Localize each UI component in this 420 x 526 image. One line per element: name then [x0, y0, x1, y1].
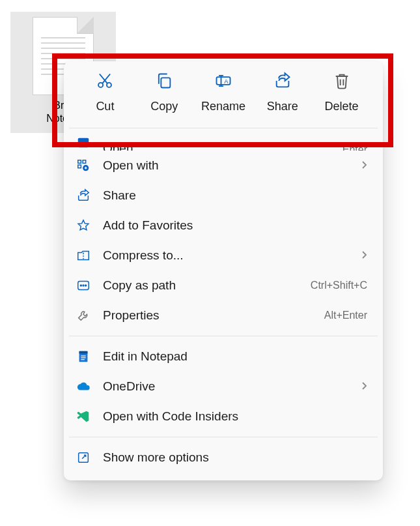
notepad-icon	[76, 349, 91, 364]
menu-properties[interactable]: Properties Alt+Enter	[64, 300, 383, 330]
divider	[69, 437, 378, 437]
menu-copy-path[interactable]: Copy as path Ctrl+Shift+C	[64, 270, 383, 300]
menu-share-label: Share	[103, 188, 367, 203]
context-menu: Cut Copy A Rename	[64, 61, 383, 480]
cut-button[interactable]: Cut	[81, 72, 128, 113]
expand-icon	[76, 450, 91, 465]
svg-point-12	[83, 285, 84, 286]
menu-properties-shortcut: Alt+Enter	[324, 310, 367, 321]
star-icon	[76, 218, 91, 233]
menu-onedrive-label: OneDrive	[103, 379, 349, 394]
cloud-icon	[76, 379, 91, 394]
menu-more-label: Show more options	[103, 450, 367, 465]
share-arrow-icon	[273, 72, 292, 93]
trash-icon	[333, 72, 351, 93]
quick-actions-row: Cut Copy A Rename	[64, 68, 383, 125]
share-icon	[76, 188, 91, 203]
svg-rect-2	[161, 78, 171, 87]
menu-edit-notepad[interactable]: Edit in Notepad	[64, 342, 383, 372]
rename-label: Rename	[201, 100, 245, 113]
share-label: Share	[267, 100, 298, 113]
menu-onedrive[interactable]: OneDrive	[64, 372, 383, 402]
delete-label: Delete	[325, 100, 359, 113]
delete-button[interactable]: Delete	[318, 72, 365, 113]
divider	[69, 336, 378, 336]
copy-label: Copy	[150, 100, 178, 113]
chevron-right-icon	[361, 158, 367, 173]
menu-properties-label: Properties	[103, 308, 313, 323]
menu-open[interactable]: Open Enter	[64, 134, 383, 151]
copy-path-icon	[76, 278, 91, 293]
menu-compress-label: Compress to...	[103, 248, 349, 263]
svg-rect-8	[83, 160, 86, 164]
menu-copy-path-shortcut: Ctrl+Shift+C	[311, 280, 367, 291]
copy-button[interactable]: Copy	[141, 72, 188, 113]
chevron-right-icon	[361, 248, 367, 263]
menu-favorites-label: Add to Favorites	[103, 218, 367, 233]
svg-point-13	[85, 285, 87, 286]
menu-more-options[interactable]: Show more options	[64, 443, 383, 473]
menu-compress[interactable]: Compress to...	[64, 241, 383, 270]
svg-rect-6	[78, 160, 81, 164]
wrench-icon	[76, 308, 91, 323]
share-button[interactable]: Share	[259, 72, 306, 113]
cut-label: Cut	[96, 100, 114, 113]
svg-point-1	[107, 83, 111, 87]
svg-text:A: A	[224, 78, 229, 85]
svg-rect-5	[78, 138, 89, 148]
svg-rect-7	[78, 165, 81, 168]
zip-icon	[76, 248, 91, 263]
rename-button[interactable]: A Rename	[200, 72, 247, 113]
menu-open-with[interactable]: Open with	[64, 151, 383, 181]
chevron-right-icon	[361, 379, 367, 394]
menu-share[interactable]: Share	[64, 181, 383, 211]
menu-open-shortcut: Enter	[343, 144, 367, 151]
menu-open-label: Open	[103, 141, 331, 151]
open-icon	[76, 135, 91, 151]
divider	[69, 128, 378, 128]
open-with-icon	[76, 158, 91, 173]
menu-copy-path-label: Copy as path	[103, 278, 299, 293]
copy-icon	[155, 72, 173, 93]
menu-favorites[interactable]: Add to Favorites	[64, 211, 383, 241]
vscode-insiders-icon	[76, 409, 91, 424]
svg-point-0	[98, 83, 103, 87]
menu-edit-notepad-label: Edit in Notepad	[103, 349, 367, 364]
svg-rect-15	[79, 351, 88, 354]
menu-code-insiders-label: Open with Code Insiders	[103, 409, 367, 424]
scissors-icon	[96, 72, 114, 93]
menu-code-insiders[interactable]: Open with Code Insiders	[64, 402, 383, 431]
svg-point-11	[80, 285, 81, 286]
rename-icon: A	[214, 72, 232, 93]
menu-open-with-label: Open with	[103, 158, 349, 173]
